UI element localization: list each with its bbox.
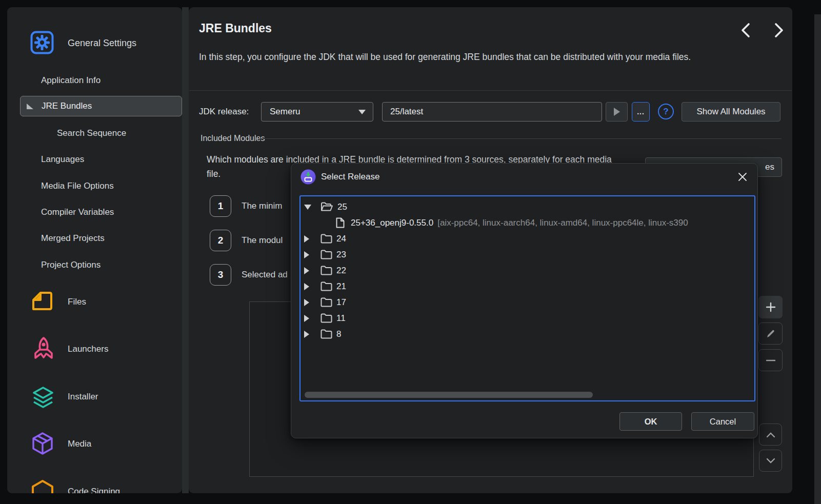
chevron-left-icon xyxy=(739,22,752,38)
dialog-close-button[interactable] xyxy=(734,169,751,185)
close-icon xyxy=(737,171,748,183)
tree-row-22[interactable]: 22 xyxy=(301,263,754,278)
tree-row-label: 22 xyxy=(336,266,346,276)
step-1-badge: 1 xyxy=(210,195,231,217)
sidebar-item-languages[interactable]: Languages xyxy=(41,154,84,165)
select-release-dialog: Select Release 25 xyxy=(291,163,758,438)
rocket-icon xyxy=(31,336,56,364)
folder-icon xyxy=(321,266,332,275)
download-run-button[interactable] xyxy=(606,102,628,122)
sidebar-item-installer[interactable]: Installer xyxy=(68,391,98,402)
folder-icon xyxy=(321,234,332,244)
divider xyxy=(189,90,792,91)
move-up-button[interactable] xyxy=(759,424,782,446)
tree-row-platforms: [aix-ppc64, linux-aarch64, linux-amd64, … xyxy=(437,218,688,228)
tree-row-label: 21 xyxy=(336,281,346,292)
caret-collapsed-icon[interactable] xyxy=(304,235,309,243)
jdk-release-label: JDK release: xyxy=(199,106,249,117)
folder-open-icon xyxy=(321,202,333,212)
tree-row-label: 17 xyxy=(336,297,346,308)
tree-row-21[interactable]: 21 xyxy=(301,278,754,294)
caret-collapsed-icon[interactable] xyxy=(304,283,309,290)
section-divider xyxy=(259,138,782,139)
sidebar-item-project-options[interactable]: Project Options xyxy=(41,259,101,271)
remove-button[interactable] xyxy=(758,349,783,371)
sidebar-item-application-info[interactable]: Application Info xyxy=(41,75,101,86)
gear-icon xyxy=(30,31,54,56)
tree-row-17[interactable]: 17 xyxy=(301,294,754,310)
tree-row-24[interactable]: 24 xyxy=(301,231,754,247)
tree-row-25[interactable]: 25 xyxy=(301,199,754,215)
tree-row-8[interactable]: 8 xyxy=(301,326,754,342)
minus-icon xyxy=(766,359,775,361)
current-step-marker-icon xyxy=(27,104,33,109)
jdk-version-input[interactable] xyxy=(382,102,602,122)
download-release-icon xyxy=(301,169,316,187)
folder-icon xyxy=(321,281,332,291)
step-3-text: Selected ad xyxy=(242,269,288,280)
edit-button[interactable] xyxy=(758,322,783,345)
files-icon xyxy=(30,290,54,315)
tree-row-label: 24 xyxy=(336,234,346,244)
sidebar-item-launchers[interactable]: Launchers xyxy=(68,344,108,355)
jdk-vendor-select[interactable]: Semeru xyxy=(261,102,373,122)
chevron-right-icon xyxy=(772,22,786,38)
page-title: JRE Bundles xyxy=(199,22,272,35)
caret-collapsed-icon[interactable] xyxy=(304,315,309,322)
sidebar-item-general-settings[interactable]: General Settings xyxy=(68,37,136,49)
chevron-up-icon xyxy=(766,432,775,438)
nav-forward-button[interactable] xyxy=(770,21,788,40)
add-button[interactable] xyxy=(758,296,783,318)
nav-back-button[interactable] xyxy=(737,21,754,40)
tree-row-23[interactable]: 23 xyxy=(301,247,754,263)
folder-icon xyxy=(321,297,332,307)
right-edge-strip xyxy=(814,14,821,504)
panel-splitter[interactable] xyxy=(182,7,189,493)
folder-icon xyxy=(321,329,332,339)
folder-icon xyxy=(321,250,332,259)
tree-row-11[interactable]: 11 xyxy=(301,310,754,326)
step-2-text: The modul xyxy=(242,235,283,246)
sidebar-item-files[interactable]: Files xyxy=(68,296,86,308)
page-description: In this step, you configure the JDK that… xyxy=(199,50,704,64)
sidebar-item-media[interactable]: Media xyxy=(68,438,91,450)
plus-icon xyxy=(766,302,776,312)
tree-row-release-file[interactable]: 25+36_openj9-0.55.0 [aix-ppc64, linux-aa… xyxy=(301,215,754,231)
step-3-badge: 3 xyxy=(210,264,231,286)
tree-row-label: 25 xyxy=(337,202,347,212)
sidebar-item-label: JRE Bundles xyxy=(42,100,92,112)
move-down-button[interactable] xyxy=(759,450,782,472)
file-icon xyxy=(336,217,345,228)
help-icon[interactable]: ? xyxy=(658,104,674,119)
tree-row-label: 8 xyxy=(336,329,341,339)
caret-collapsed-icon[interactable] xyxy=(304,299,309,306)
sidebar-item-media-file-options[interactable]: Media File Options xyxy=(41,180,114,192)
sidebar-item-jre-bundles[interactable]: JRE Bundles xyxy=(20,96,182,116)
pencil-icon xyxy=(766,329,776,339)
chevron-down-icon xyxy=(766,458,775,464)
ok-button[interactable]: OK xyxy=(619,412,682,431)
tree-row-label: 11 xyxy=(336,313,346,324)
dialog-title: Select Release xyxy=(321,172,379,182)
caret-expanded-icon[interactable] xyxy=(304,205,311,210)
sidebar-item-search-sequence[interactable]: Search Sequence xyxy=(57,128,126,139)
release-tree: 25 25+36_openj9-0.55.0 [aix-ppc64, linux… xyxy=(299,195,755,401)
box-icon xyxy=(30,431,55,458)
horizontal-scrollbar-thumb[interactable] xyxy=(305,392,593,398)
caret-collapsed-icon[interactable] xyxy=(304,267,309,274)
jdk-vendor-value: Semeru xyxy=(270,107,301,117)
sidebar-item-merged-projects[interactable]: Merged Projects xyxy=(41,233,105,244)
included-modules-section-title: Included Modules xyxy=(201,134,265,143)
browse-releases-button[interactable]: ... xyxy=(632,102,650,122)
tree-row-label: 23 xyxy=(336,250,346,260)
sidebar-item-code-signing[interactable]: Code Signing xyxy=(68,486,120,493)
caret-collapsed-icon[interactable] xyxy=(304,331,309,338)
show-all-modules-button[interactable]: Show All Modules xyxy=(682,102,780,122)
play-icon xyxy=(614,108,620,116)
layers-icon xyxy=(30,385,56,413)
sidebar-item-compiler-variables[interactable]: Compiler Variables xyxy=(41,207,114,218)
cancel-button[interactable]: Cancel xyxy=(691,412,754,431)
tree-row-label: 25+36_openj9-0.55.0 xyxy=(351,218,433,228)
caret-collapsed-icon[interactable] xyxy=(304,251,309,258)
hexagon-icon xyxy=(30,479,55,493)
